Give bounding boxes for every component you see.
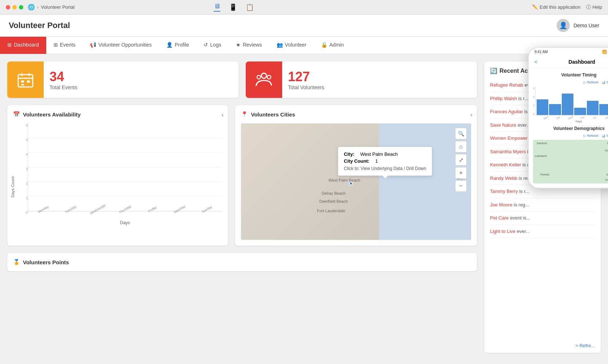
map-container[interactable]: West Palm Beach Delray Beach Deerfield B… — [241, 123, 471, 240]
phone-content: Volunteer Timing ▷ Refresh 📊 Sort Export… — [529, 68, 608, 188]
bar-wednesday: Wednesday — [86, 206, 111, 211]
volunteers-icon-box — [246, 62, 282, 98]
phone-chart1-controls: ▷ Refresh 📊 Sort Export — [533, 80, 608, 84]
activity-link-light-to-live[interactable]: Light to Live — [490, 229, 516, 234]
refresh-button[interactable]: > Refre... — [575, 343, 595, 348]
profile-icon: 👤 — [166, 42, 173, 48]
activity-link-joe-moore[interactable]: Joe Moore — [490, 202, 512, 207]
phone-bar-fri — [587, 101, 599, 115]
phone-bar-mon — [537, 99, 548, 115]
desktop-view-icon[interactable]: 🖥 — [214, 3, 220, 12]
nav-item-admin[interactable]: 🔒 Admin — [314, 37, 351, 54]
maximize-button[interactable] — [19, 5, 23, 9]
phone-dashboard-title: Dashboard — [540, 59, 608, 65]
map-chart-panel: 📍 Volunteers Cities ‹ West Palm Beach De… — [235, 105, 477, 246]
minimize-button[interactable] — [12, 5, 17, 9]
map-zoom-out-button[interactable]: − — [455, 180, 467, 192]
nav-item-volunteer-opportunities[interactable]: 📢 Volunteer Opportunities — [83, 37, 159, 54]
activity-link-pet-care[interactable]: Pet Care — [490, 215, 509, 221]
nav-item-logs[interactable]: ↺ Logs — [196, 37, 228, 54]
app-header: Volunteer Portal 👤 Demo User — [0, 15, 608, 37]
user-name: Demo User — [573, 23, 599, 28]
events-icon-box — [7, 62, 44, 98]
bar-sunday: Sunday — [194, 206, 220, 211]
phone-bar-thu — [574, 108, 586, 115]
nav-item-profile[interactable]: 👤 Profile — [159, 37, 197, 54]
volunteers-stat-card: 127 Total Volunteers — [246, 62, 477, 98]
phone-back-button[interactable]: < — [534, 59, 537, 65]
city-fort-lauderdale: Fort Lauderdale — [317, 209, 346, 213]
activity-link-kenneth-keller[interactable]: Kenneth Keller — [490, 162, 521, 167]
map-fullscreen-button[interactable]: ⤢ — [455, 154, 467, 166]
stats-row: 34 Total Events 127 — [7, 62, 477, 98]
user-info: 👤 Demo User — [557, 19, 599, 32]
volunteers-stat-info: 127 Total Volunteers — [288, 69, 477, 90]
activity-link-frances-aguilar[interactable]: Frances Aguilar — [490, 109, 523, 114]
nav-item-reviews[interactable]: ★ Reviews — [229, 37, 269, 54]
phone-time: 9:41 AM — [534, 50, 548, 54]
volunteers-label: Total Volunteers — [288, 84, 477, 90]
phone-overlay: 9:41 AM 📶 🔋 100% < Dashboard Volunteer T… — [528, 47, 608, 189]
svg-rect-0 — [18, 75, 33, 87]
activity-item-10: Pet Care event is... — [490, 211, 595, 225]
points-icon: 🏅 — [13, 259, 20, 265]
svg-point-8 — [257, 75, 261, 79]
svg-rect-4 — [21, 80, 24, 83]
lock-icon: 🔒 — [321, 42, 327, 48]
breadcrumb-icon: 🌐 — [28, 4, 35, 11]
collapse-map-button[interactable]: ‹ — [470, 111, 473, 119]
help-button[interactable]: ⓘ Help — [586, 4, 602, 11]
activity-link-save-nature[interactable]: Save Nature — [490, 122, 516, 128]
bar-monday: Monday — [31, 206, 56, 211]
map-chart-title: 📍 Volunteers Cities — [241, 111, 471, 118]
map-search-button[interactable]: 🔍 — [455, 128, 467, 139]
city-delray-beach: Delray Beach — [321, 191, 346, 195]
nav-item-dashboard[interactable]: ⊞ Dashboard — [0, 37, 46, 54]
phone-chart2-title: Volunteer Demographics — [533, 126, 608, 131]
volunteers-icon — [255, 71, 273, 88]
calendar-icon — [17, 71, 34, 88]
events-stat-info: 34 Total Events — [50, 69, 238, 90]
recent-activity-sidebar: 🔄 Recent Activity Refugee Rehab ev... Ph… — [484, 62, 601, 353]
location-icon: 📍 — [241, 111, 248, 118]
view-switcher: 🖥 📱 📋 — [214, 3, 254, 12]
events-icon: ⊞ — [54, 42, 58, 48]
nav-item-events[interactable]: ⊞ Events — [46, 37, 83, 54]
edit-application-button[interactable]: ✏️ Edit this application — [532, 4, 580, 10]
navigation-bar: ⊞ Dashboard ⊞ Events 📢 Volunteer Opportu… — [0, 37, 608, 54]
activity-link-randy-webb[interactable]: Randy Webb — [490, 175, 517, 181]
map-tooltip[interactable]: City: West Palm Beach City Count: 1 Clic… — [338, 147, 433, 176]
city-west-palm-beach: West Palm Beach — [328, 178, 360, 182]
phone-map: Sanford Orlando Kissimmee Lakeland Palm … — [533, 140, 608, 183]
activity-link-refugee-rehab[interactable]: Refugee Rehab — [490, 82, 523, 88]
pencil-icon: ✏️ — [532, 4, 538, 10]
map-zoom-in-button[interactable]: + — [455, 167, 467, 179]
availability-chart-panel: 📅 Volunteers Availability ‹ 6 5 4 3 2 1 … — [7, 105, 228, 246]
phone-chart1-title: Volunteer Timing — [533, 72, 608, 78]
nav-item-volunteer[interactable]: 👥 Volunteer — [269, 37, 314, 54]
activity-link-samantha-myers[interactable]: Samantha Myers — [490, 149, 526, 154]
activity-link-women-empower[interactable]: Women Empower — [490, 135, 528, 141]
tablet-view-icon[interactable]: 📱 — [229, 3, 237, 11]
map-home-button[interactable]: ⌂ — [455, 141, 467, 153]
window-controls — [6, 5, 23, 9]
svg-point-9 — [267, 75, 271, 79]
activity-link-tammy-berry[interactable]: Tammy Berry — [490, 189, 518, 194]
events-label: Total Events — [50, 84, 238, 90]
activity-link-phillip-walsh[interactable]: Phillip Walsh — [490, 96, 517, 101]
page-title: Volunteer Portal — [9, 21, 70, 30]
dashboard-icon: ⊞ — [7, 42, 12, 48]
volunteer-icon: 👥 — [277, 42, 283, 48]
bar-thursday: Thursday — [112, 206, 138, 211]
mobile-view-icon[interactable]: 📋 — [246, 3, 254, 11]
map-marker-west-palm-beach[interactable] — [349, 182, 353, 185]
svg-point-7 — [261, 73, 267, 78]
wifi-icon: 📶 — [602, 50, 607, 54]
y-axis-label: Days Count — [11, 177, 15, 197]
events-count: 34 — [50, 69, 238, 84]
volunteers-points-title: 🏅 Volunteers Points — [13, 259, 471, 265]
avatar: 👤 — [557, 19, 570, 32]
titlebar: 🌐 › Volunteer Portal 🖥 📱 📋 ✏️ Edit this … — [0, 0, 608, 15]
collapse-availability-button[interactable]: ‹ — [221, 111, 224, 119]
close-button[interactable] — [6, 5, 10, 9]
